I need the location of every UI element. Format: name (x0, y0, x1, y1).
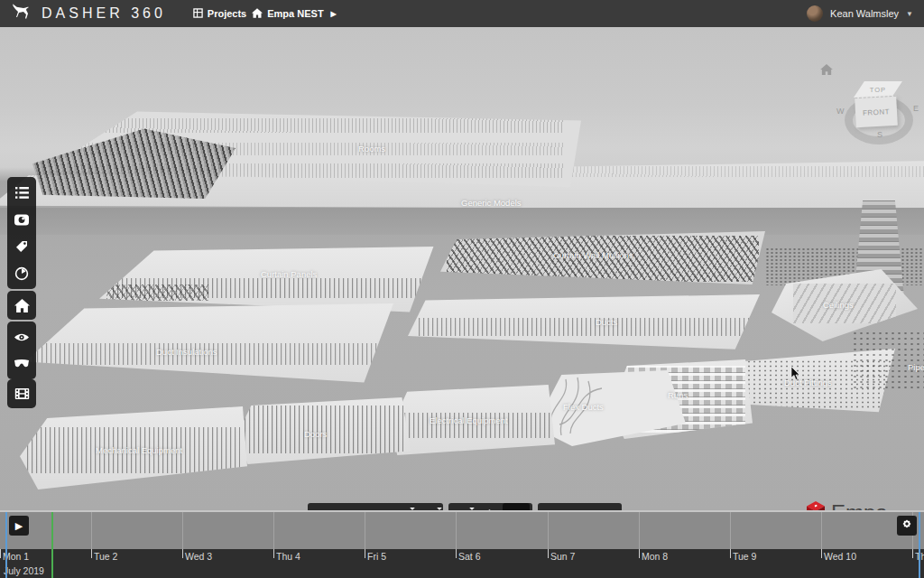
timeline-day: Wed 10 (824, 551, 856, 562)
list-icon[interactable] (7, 179, 36, 206)
timeline-gear-icon (901, 517, 913, 534)
top-navbar: DASHER 360 Projects Empa NEST ▶ Kean Wal… (0, 0, 924, 27)
timeline-month: July 2019 (4, 565, 44, 576)
timeline-day: Sun 7 (550, 551, 575, 562)
breadcrumb-projects-label: Projects (208, 8, 246, 19)
timeline-day-band: Mon 1 Tue 2 Wed 3 Thu 4 Fri 5 Sat 6 Sun … (0, 549, 924, 578)
label-doors: Doors (304, 429, 327, 439)
empa-cube-logo (806, 500, 826, 510)
user-menu[interactable]: Kean Walmsley ▼ (807, 5, 913, 22)
compass-south[interactable]: S (877, 130, 882, 139)
label-ceilings: Ceilings (823, 300, 854, 310)
platform-duct-insulations[interactable] (25, 303, 393, 387)
camera-icon[interactable] (389, 503, 416, 510)
projector-icon[interactable] (448, 503, 476, 510)
dasher-360-app: DASHER 360 Projects Empa NEST ▶ Kean Wal… (0, 0, 924, 578)
timeline-day: Tue 2 (94, 551, 117, 562)
label-generic-models: Generic Models (461, 198, 522, 208)
label-curtain-panels: Curtain Panels (261, 269, 317, 279)
brand: DASHER 360 (11, 3, 166, 24)
platform-curtain-wall-mullions[interactable] (440, 231, 765, 289)
left-toolbar-group-media (7, 379, 36, 408)
label-electrical-equipment: Electrical Equipment (430, 415, 508, 425)
pan-hand-icon[interactable] (308, 503, 335, 510)
hierarchy-icon[interactable] (538, 503, 565, 510)
timeline-day: Fri 5 (367, 551, 386, 562)
empa-name: Empa (831, 500, 888, 510)
home-icon (252, 8, 263, 20)
viewcube-face-front[interactable]: FRONT (855, 96, 898, 127)
label-duct-insulations: Duct Insulations (156, 347, 217, 357)
empa-branding: Empa Materials Science and Technology (806, 500, 914, 510)
timeline-track[interactable] (0, 512, 924, 549)
timeline[interactable]: Mon 1 Tue 2 Wed 3 Thu 4 Fri 5 Sat 6 Sun … (0, 510, 924, 578)
explode-cube-icon[interactable] (476, 503, 503, 510)
label-ducts: Ducts (596, 317, 617, 327)
timeline-day: Thu 4 (276, 551, 300, 562)
label-curtain-wall-mullions: Curtain Wall Mullions (553, 250, 633, 260)
dropdown-indicator (437, 505, 442, 510)
label-mechanical-equipment: Mechanical Equipment (96, 445, 182, 455)
play-button[interactable]: ▶ (9, 516, 29, 536)
timeline-day: Sat 6 (458, 551, 481, 562)
compass-west[interactable]: W (836, 107, 845, 116)
breadcrumb-project[interactable]: Empa NEST (252, 8, 323, 20)
cluster-icon[interactable] (503, 503, 530, 510)
breadcrumb-projects[interactable]: Projects (193, 8, 246, 20)
timeline-day: Mon 8 (642, 551, 668, 562)
left-toolbar-group-visibility (7, 322, 36, 379)
walk-footprints-icon[interactable] (362, 503, 389, 510)
chevron-right-icon[interactable]: ▶ (331, 10, 337, 18)
compass-east[interactable]: E (913, 104, 919, 113)
play-icon: ▶ (15, 520, 23, 532)
vr-glasses-icon[interactable] (7, 350, 36, 378)
viewcube-home-icon[interactable] (818, 61, 836, 78)
3d-viewport[interactable]: Rooms Generic Models Curtain Panels Curt… (0, 27, 924, 510)
timeline-day: Tue 9 (733, 551, 756, 562)
properties-panel-icon[interactable] (565, 503, 592, 510)
label-flex-ducts: Flex Ducts (563, 402, 604, 412)
zoom-window-icon[interactable] (416, 503, 443, 510)
playhead-end[interactable] (919, 512, 920, 578)
label-pipes: Pipes (908, 362, 924, 372)
toolbar-tools-group (538, 503, 622, 510)
playhead-start[interactable] (5, 512, 7, 578)
left-toolbar-group-home (7, 291, 36, 320)
toolbar-model-group (448, 503, 532, 510)
mouse-cursor (790, 367, 801, 381)
dropdown-indicator (410, 505, 415, 510)
sensor-icon[interactable] (7, 206, 36, 233)
settings-gear-icon[interactable] (592, 503, 619, 510)
chevron-down-icon: ▼ (906, 10, 913, 18)
eye-icon[interactable] (7, 323, 36, 350)
user-avatar (807, 5, 823, 22)
tag-icon[interactable] (7, 233, 36, 260)
first-person-icon[interactable] (335, 503, 362, 510)
label-rooms: Rooms (358, 144, 385, 154)
toolbar-navigation-group (308, 503, 443, 510)
home-icon[interactable] (7, 292, 36, 319)
platform-ducts[interactable] (408, 294, 760, 352)
breadcrumb: Projects Empa NEST ▶ (193, 8, 337, 20)
playhead-current[interactable] (51, 512, 53, 578)
timeline-day: Wed 3 (185, 551, 212, 562)
breadcrumb-project-label: Empa NEST (267, 8, 323, 19)
dropdown-indicator (469, 505, 475, 510)
viewcube[interactable]: TOP FRONT W E S (837, 61, 924, 152)
antelope-logo-icon (11, 3, 32, 24)
user-name: Kean Walmsley (830, 8, 899, 19)
platform-flex-ducts[interactable] (534, 370, 686, 446)
film-icon[interactable] (7, 380, 36, 407)
timeline-settings-button[interactable] (897, 516, 917, 536)
scene-water-band (0, 208, 924, 235)
app-title: DASHER 360 (42, 5, 166, 22)
left-toolbar-group-data (7, 177, 36, 289)
scene-pipes-scatter[interactable] (852, 331, 924, 390)
projects-grid-icon (193, 8, 203, 20)
timer-icon[interactable] (7, 260, 36, 287)
label-runs: Runs (668, 390, 688, 400)
